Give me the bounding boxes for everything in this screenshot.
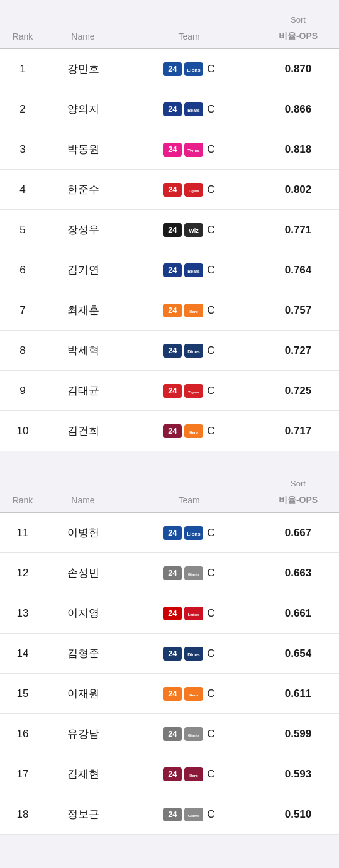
team-cell: 24 Lnders C — [121, 607, 257, 620]
player-name: 이병헌 — [67, 527, 99, 539]
svg-text:Bears: Bears — [188, 269, 201, 273]
ops-value: 0.870 — [285, 63, 312, 75]
team-logo-heroes2: Hero — [184, 767, 203, 781]
team-logo-dinos: Dinos — [184, 647, 203, 661]
position-label: C — [207, 224, 214, 236]
rank-value: 12 — [17, 567, 29, 579]
team-logo-heroes: Hero — [184, 304, 203, 317]
rank-value: 2 — [19, 103, 25, 115]
table-row: 2 양의지 24 Bears C 0.866 — [0, 89, 339, 129]
team-logo-heroes: Hero — [184, 424, 203, 438]
player-name: 유강남 — [67, 728, 99, 740]
position-label: C — [207, 728, 214, 740]
table-row: 1 강민호 24 Lions C 0.870 — [0, 49, 339, 89]
jersey-number: 24 — [163, 183, 182, 197]
team-logo-lions: Lions — [184, 526, 203, 540]
bottom-header: Sort Rank Name Team 비율-OPS — [0, 464, 339, 512]
header-label-row-2: Rank Name Team 비율-OPS — [0, 492, 339, 508]
jersey-number: 24 — [163, 344, 182, 358]
position-label: C — [207, 647, 214, 660]
team-logo-tigers: Tigers — [184, 183, 203, 197]
player-name: 김태균 — [67, 385, 99, 397]
ops-value: 0.866 — [285, 103, 312, 115]
bottom-section: Sort Rank Name Team 비율-OPS 11 이병헌 — [0, 464, 339, 835]
sort-value-top: 비율-OPS — [279, 31, 318, 41]
svg-text:Giants: Giants — [188, 733, 200, 737]
svg-text:Hero: Hero — [190, 693, 199, 697]
table-row: 12 손성빈 24 Giants C 0.663 — [0, 553, 339, 593]
svg-text:Tigers: Tigers — [188, 189, 200, 193]
header-sort-row: Sort — [0, 11, 339, 28]
table-row: 6 김기연 24 Bears C 0.764 — [0, 250, 339, 290]
rank-value: 9 — [19, 385, 25, 397]
rank-value: 6 — [19, 264, 25, 276]
table-row: 10 김건희 24 Hero C 0.717 — [0, 411, 339, 451]
team-logo-giants: Giants — [184, 566, 203, 580]
ops-value: 0.593 — [285, 768, 312, 780]
team-cell: 24 Wiz C — [121, 223, 257, 237]
top-section: Sort Rank Name Team 비율-OPS 1 강민호 2 — [0, 0, 339, 451]
header-label-row: Rank Name Team 비율-OPS — [0, 28, 339, 45]
rank-value: 1 — [19, 63, 25, 75]
table-row: 3 박동원 24 Twins C 0.818 — [0, 129, 339, 170]
ops-value: 0.802 — [285, 184, 312, 195]
jersey-number: 24 — [163, 767, 182, 781]
sort-label-bottom: Sort — [291, 479, 306, 488]
position-label: C — [207, 344, 214, 357]
team-logo-bears: Bears — [184, 263, 203, 277]
table-row: 8 박세혁 24 Dinos C 0.727 — [0, 331, 339, 371]
team-cell: 24 Hero C — [121, 687, 257, 701]
player-name: 김건희 — [67, 425, 99, 437]
svg-text:Giants: Giants — [188, 573, 200, 576]
position-label: C — [207, 184, 214, 196]
jersey-number: 24 — [163, 526, 182, 540]
sort-value-bottom: 비율-OPS — [279, 495, 318, 505]
position-label: C — [207, 385, 214, 397]
svg-text:Tigers: Tigers — [188, 390, 200, 394]
section-gap — [0, 451, 339, 464]
team-cell: 24 Giants C — [121, 566, 257, 580]
bottom-rows-container: 11 이병헌 24 Lions C 0.667 12 손성빈 24 Giants… — [0, 513, 339, 835]
table-row: 9 김태균 24 Tigers C 0.725 — [0, 371, 339, 411]
ops-value: 0.717 — [285, 425, 312, 437]
rank-value: 17 — [17, 768, 29, 780]
ops-value: 0.725 — [285, 385, 312, 397]
position-label: C — [207, 264, 214, 277]
top-header: Sort Rank Name Team 비율-OPS — [0, 0, 339, 48]
player-name: 한준수 — [67, 184, 99, 195]
team-cell: 24 Hero C — [121, 767, 257, 781]
team-logo-landers: Lnders — [184, 607, 203, 620]
rank-value: 14 — [17, 647, 29, 659]
player-name: 강민호 — [67, 63, 99, 75]
header-sort-row-2: Sort — [0, 475, 339, 492]
rank-value: 11 — [17, 527, 29, 539]
jersey-number: 24 — [163, 687, 182, 701]
svg-text:Dinos: Dinos — [188, 349, 201, 354]
ops-value: 0.727 — [285, 344, 312, 356]
table-row: 13 이지영 24 Lnders C 0.661 — [0, 593, 339, 634]
player-name: 정보근 — [67, 808, 99, 820]
position-label: C — [207, 808, 214, 821]
ops-value: 0.510 — [285, 808, 312, 820]
team-logo-lions: Lions — [184, 62, 203, 76]
team-cell: 24 Lions C — [121, 526, 257, 540]
name-header-bottom: Name — [71, 495, 94, 505]
rank-value: 16 — [17, 728, 29, 740]
rank-value: 4 — [19, 184, 25, 195]
team-cell: 24 Bears C — [121, 102, 257, 116]
player-name: 이재원 — [67, 688, 99, 700]
team-logo-bears: Bears — [184, 102, 203, 116]
player-name: 박세혁 — [67, 344, 99, 356]
table-row: 15 이재원 24 Hero C 0.611 — [0, 674, 339, 714]
jersey-number: 24 — [163, 647, 182, 661]
position-label: C — [207, 63, 214, 75]
ops-value: 0.663 — [285, 567, 312, 579]
ops-value: 0.654 — [285, 647, 312, 659]
position-label: C — [207, 103, 214, 116]
svg-text:Hero: Hero — [190, 431, 199, 434]
position-label: C — [207, 768, 214, 781]
svg-text:Lions: Lions — [187, 67, 201, 73]
sort-label-top: Sort — [291, 15, 306, 25]
player-name: 최재훈 — [67, 304, 99, 316]
position-label: C — [207, 143, 214, 156]
